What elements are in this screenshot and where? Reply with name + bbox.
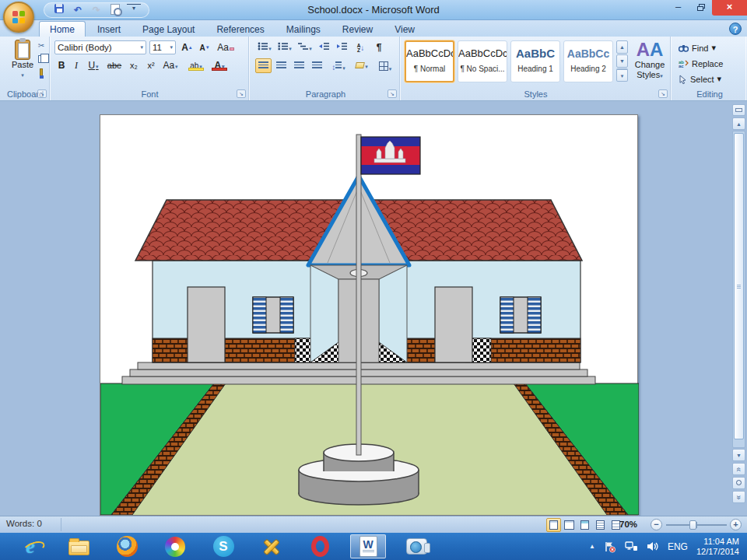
scrollbar-track[interactable] <box>732 131 745 448</box>
paragraph-dialog-launcher[interactable]: ↘ <box>388 89 397 98</box>
close-button[interactable]: × <box>712 0 747 16</box>
tab-page-layout[interactable]: Page Layout <box>132 22 205 37</box>
grow-font-button[interactable]: A▲ <box>179 40 195 55</box>
bullets-button[interactable]: ▾ <box>255 40 274 55</box>
taskbar-firefox[interactable] <box>109 534 145 558</box>
clear-formatting-button[interactable]: Aa <box>215 40 237 55</box>
multilevel-list-button[interactable]: ▾ <box>296 40 314 55</box>
justify-button[interactable] <box>309 58 325 73</box>
tray-expand-icon[interactable]: ▲ <box>589 543 595 550</box>
redo-icon[interactable]: ↷ <box>89 4 103 16</box>
zoom-slider-track[interactable] <box>666 524 727 526</box>
font-size-combo[interactable]: 11▾ <box>149 40 176 54</box>
increase-indent-button[interactable] <box>334 40 350 55</box>
align-right-button[interactable] <box>291 58 307 73</box>
show-hide-pilcrow-button[interactable]: ¶ <box>371 40 387 55</box>
numbering-button[interactable]: ▾ <box>275 40 294 55</box>
format-painter-icon <box>40 68 43 76</box>
tab-review[interactable]: Review <box>332 22 383 37</box>
find-button[interactable]: Find▾ <box>679 41 716 54</box>
ruler-toggle-icon[interactable] <box>732 104 745 116</box>
bold-button[interactable]: B <box>54 58 68 73</box>
zoom-out-button[interactable]: − <box>651 519 662 530</box>
align-left-button[interactable] <box>255 58 272 73</box>
superscript-button[interactable]: x² <box>143 58 159 73</box>
copy-button[interactable] <box>35 53 47 66</box>
line-spacing-button[interactable]: ↕▾ <box>328 58 349 73</box>
styles-dialog-launcher[interactable]: ↘ <box>658 89 668 98</box>
word-count[interactable]: Words: 0 <box>6 519 42 528</box>
zoom-slider-thumb[interactable] <box>689 520 696 530</box>
previous-page-button[interactable]: « <box>732 463 745 475</box>
customize-qat-icon[interactable]: ▾ <box>127 4 141 16</box>
style-no-spacing[interactable]: AaBbCcDc ¶ No Spaci... <box>458 40 507 82</box>
speaker-icon[interactable] <box>647 541 659 552</box>
taskbar-word-active[interactable]: W <box>350 534 386 558</box>
underline-button[interactable]: U▾ <box>84 58 103 73</box>
change-case-button[interactable]: Aa▾ <box>160 58 181 73</box>
styles-scroll-down[interactable]: ▼ <box>616 54 628 68</box>
action-center-flag-icon[interactable] <box>604 541 616 553</box>
format-painter-button[interactable] <box>35 66 47 79</box>
minimize-button[interactable]: – <box>667 0 689 16</box>
tab-mailings[interactable]: Mailings <box>276 22 331 37</box>
zoom-level[interactable]: 70% <box>619 520 637 529</box>
scroll-down-icon[interactable]: ▼ <box>732 449 745 461</box>
taskbar-opera[interactable] <box>302 534 338 558</box>
shading-button[interactable]: ▾ <box>352 58 372 73</box>
change-styles-button[interactable]: AA Change Styles▾ <box>630 40 669 81</box>
clipboard-dialog-launcher[interactable]: ↘ <box>37 89 47 98</box>
select-button[interactable]: Select▾ <box>679 72 721 86</box>
shrink-font-button[interactable]: A▼ <box>197 40 212 55</box>
decrease-indent-button[interactable] <box>316 40 332 55</box>
paste-button[interactable]: Paste ▾ <box>7 40 38 85</box>
help-icon[interactable]: ? <box>729 23 742 35</box>
web-layout-view-button[interactable] <box>577 518 592 532</box>
tab-view[interactable]: View <box>384 22 425 37</box>
style-normal[interactable]: AaBbCcDc ¶ Normal <box>405 40 454 82</box>
print-layout-view-button[interactable] <box>546 518 561 532</box>
strikethrough-button[interactable]: abe <box>104 58 124 73</box>
taskbar-pc-tools[interactable] <box>254 534 289 558</box>
clock[interactable]: 11:04 AM 12/17/2014 <box>696 537 739 557</box>
select-browse-object-button[interactable] <box>732 477 745 489</box>
taskbar-file-explorer[interactable] <box>61 534 96 558</box>
borders-button[interactable]: ▾ <box>375 58 395 73</box>
styles-scroll-up[interactable]: ▲ <box>616 40 628 54</box>
replace-button[interactable]: abac Replace <box>679 57 723 70</box>
full-screen-reading-view-button[interactable] <box>562 518 577 532</box>
scroll-up-icon[interactable]: ▲ <box>732 117 745 130</box>
restore-button[interactable] <box>689 0 712 16</box>
styles-gallery-more[interactable]: ▾ <box>616 68 628 82</box>
taskbar: e S W ▲ <box>0 533 747 560</box>
taskbar-photo-viewer[interactable] <box>157 534 193 558</box>
document-page[interactable] <box>100 114 638 516</box>
language-indicator[interactable]: ENG <box>668 541 688 552</box>
align-center-button[interactable] <box>273 58 289 73</box>
save-icon[interactable] <box>52 4 66 16</box>
font-name-combo[interactable]: Calibri (Body)▾ <box>54 40 146 54</box>
office-button[interactable] <box>3 2 34 33</box>
subscript-button[interactable]: x₂ <box>126 58 142 73</box>
print-preview-icon[interactable] <box>108 4 122 16</box>
italic-button[interactable]: I <box>70 58 82 73</box>
zoom-in-button[interactable]: + <box>730 519 742 530</box>
tab-home[interactable]: Home <box>39 21 86 37</box>
undo-icon[interactable]: ↶ <box>71 4 85 16</box>
sort-button[interactable]: AZ↓ <box>352 40 370 55</box>
font-dialog-launcher[interactable]: ↘ <box>237 89 246 98</box>
highlight-color-button[interactable]: ab▾ <box>185 58 207 73</box>
taskbar-camera-app[interactable] <box>398 534 434 558</box>
style-heading-2[interactable]: AaBbCc Heading 2 <box>563 40 613 82</box>
taskbar-skype[interactable]: S <box>205 534 241 558</box>
network-icon[interactable] <box>625 541 638 552</box>
cut-button[interactable]: ✂ <box>35 40 47 53</box>
next-page-button[interactable]: » <box>732 491 745 503</box>
tab-insert[interactable]: Insert <box>87 22 131 37</box>
scrollbar-thumb[interactable] <box>734 133 744 439</box>
style-heading-1[interactable]: AaBbC Heading 1 <box>510 40 560 82</box>
outline-view-button[interactable] <box>593 518 608 532</box>
tab-references[interactable]: References <box>206 22 274 37</box>
taskbar-internet-explorer[interactable]: e <box>12 534 48 558</box>
font-color-button[interactable]: A▾ <box>209 58 230 73</box>
